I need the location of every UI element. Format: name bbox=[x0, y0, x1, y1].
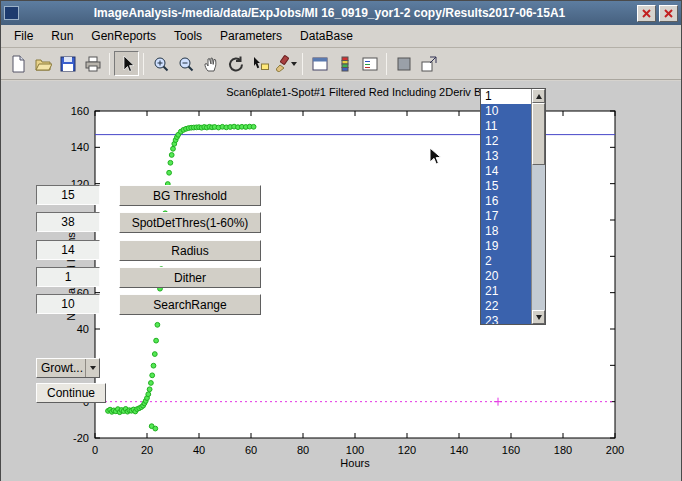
listbox-scrollbar[interactable] bbox=[531, 89, 545, 324]
plot-tools-icon bbox=[395, 55, 413, 73]
scrollbar-track[interactable] bbox=[532, 103, 545, 310]
menu-file[interactable]: File bbox=[5, 26, 42, 46]
growth-popup[interactable]: Growt... bbox=[36, 358, 100, 378]
svg-text:140: 140 bbox=[450, 444, 468, 456]
svg-text:180: 180 bbox=[554, 444, 572, 456]
bg-threshold-button[interactable]: BG Threshold bbox=[119, 185, 261, 206]
iconify-x-icon bbox=[642, 9, 651, 18]
menu-genreports[interactable]: GenReports bbox=[82, 26, 165, 46]
menu-parameters[interactable]: Parameters bbox=[211, 26, 291, 46]
list-item[interactable]: 17 bbox=[481, 209, 531, 224]
brush-menu-caret-icon[interactable] bbox=[291, 62, 297, 66]
dither-input[interactable] bbox=[36, 267, 100, 287]
toolbar bbox=[1, 48, 681, 80]
svg-text:40: 40 bbox=[77, 323, 89, 335]
brush-button[interactable] bbox=[273, 51, 298, 76]
print-button[interactable] bbox=[80, 51, 105, 76]
pan-icon bbox=[202, 55, 220, 73]
list-item[interactable]: 19 bbox=[481, 239, 531, 254]
toolbar-separator bbox=[302, 53, 303, 75]
svg-text:160: 160 bbox=[71, 105, 89, 117]
dock-figure-button[interactable] bbox=[416, 51, 441, 76]
triangle-up-icon bbox=[536, 94, 542, 99]
popup-caret-box[interactable] bbox=[85, 359, 99, 377]
scroll-down-button[interactable] bbox=[532, 310, 545, 324]
pointer-icon bbox=[118, 55, 136, 73]
svg-text:140: 140 bbox=[71, 141, 89, 153]
x-axis-label: Hours bbox=[95, 457, 615, 469]
menubar: File Run GenReports Tools Parameters Dat… bbox=[1, 25, 681, 48]
searchrange-button[interactable]: SearchRange bbox=[119, 294, 261, 315]
dither-button[interactable]: Dither bbox=[119, 267, 261, 288]
close-button[interactable] bbox=[659, 5, 678, 22]
searchrange-input[interactable] bbox=[36, 294, 100, 314]
svg-text:100: 100 bbox=[346, 444, 364, 456]
zoom-out-icon bbox=[177, 55, 195, 73]
list-item[interactable]: 18 bbox=[481, 224, 531, 239]
new-file-button[interactable] bbox=[5, 51, 30, 76]
growth-popup-label: Growt... bbox=[41, 361, 83, 375]
figure-window: ImageAnalysis-/media/data/ExpJobs/MI 16_… bbox=[0, 0, 682, 481]
data-cursor-button[interactable] bbox=[248, 51, 273, 76]
iconify-button[interactable] bbox=[637, 5, 656, 22]
menu-run[interactable]: Run bbox=[42, 26, 82, 46]
toolbar-separator bbox=[109, 53, 110, 75]
list-item[interactable]: 16 bbox=[481, 194, 531, 209]
list-item[interactable]: 21 bbox=[481, 284, 531, 299]
spotdetthres-button[interactable]: SpotDetThres(1-60%) bbox=[119, 212, 261, 233]
spot-number-listbox[interactable]: 1 10 11 12 13 14 15 16 17 18 19 2 20 21 … bbox=[480, 88, 546, 325]
pointer-button[interactable] bbox=[114, 51, 139, 76]
listbox-items: 1 10 11 12 13 14 15 16 17 18 19 2 20 21 … bbox=[481, 89, 531, 324]
plot-svg: 020406080100120140160180200-200204060801… bbox=[1, 81, 681, 481]
svg-text:60: 60 bbox=[245, 444, 257, 456]
plot-tools-button[interactable] bbox=[391, 51, 416, 76]
list-item[interactable]: 10 bbox=[481, 104, 531, 119]
bg-threshold-input[interactable] bbox=[36, 185, 100, 205]
save-icon bbox=[59, 55, 77, 73]
insert-colorbar-button[interactable] bbox=[332, 51, 357, 76]
list-item[interactable]: 15 bbox=[481, 179, 531, 194]
zoom-in-icon bbox=[152, 55, 170, 73]
radius-button[interactable]: Radius bbox=[119, 240, 261, 261]
menu-tools[interactable]: Tools bbox=[165, 26, 211, 46]
pan-button[interactable] bbox=[198, 51, 223, 76]
list-item[interactable]: 1 bbox=[481, 89, 531, 104]
insert-legend-button[interactable] bbox=[357, 51, 382, 76]
rotate-3d-button[interactable] bbox=[223, 51, 248, 76]
zoom-in-button[interactable] bbox=[148, 51, 173, 76]
save-button[interactable] bbox=[55, 51, 80, 76]
list-item[interactable]: 22 bbox=[481, 299, 531, 314]
list-item[interactable]: 23 bbox=[481, 314, 531, 324]
list-item[interactable]: 13 bbox=[481, 149, 531, 164]
open-file-icon bbox=[34, 55, 52, 73]
svg-text:80: 80 bbox=[297, 444, 309, 456]
svg-text:160: 160 bbox=[502, 444, 520, 456]
print-icon bbox=[84, 55, 102, 73]
zoom-out-button[interactable] bbox=[173, 51, 198, 76]
spotdetthres-input[interactable] bbox=[36, 212, 100, 232]
scrollbar-thumb[interactable] bbox=[532, 103, 545, 165]
menu-database[interactable]: DataBase bbox=[291, 26, 362, 46]
list-item[interactable]: 12 bbox=[481, 134, 531, 149]
insert-legend-icon bbox=[361, 55, 379, 73]
list-item[interactable]: 11 bbox=[481, 119, 531, 134]
window-title: ImageAnalysis-/media/data/ExpJobs/MI 16_… bbox=[25, 6, 634, 20]
list-item[interactable]: 14 bbox=[481, 164, 531, 179]
brush-icon bbox=[274, 55, 290, 73]
titlebar[interactable]: ImageAnalysis-/media/data/ExpJobs/MI 16_… bbox=[1, 1, 681, 25]
new-file-icon bbox=[9, 55, 27, 73]
list-item[interactable]: 2 bbox=[481, 254, 531, 269]
insert-colorbar-icon bbox=[336, 55, 354, 73]
list-item[interactable]: 20 bbox=[481, 269, 531, 284]
svg-text:-20: -20 bbox=[73, 432, 89, 444]
scroll-up-button[interactable] bbox=[532, 89, 545, 103]
toolbar-separator bbox=[143, 53, 144, 75]
toolbar-separator bbox=[386, 53, 387, 75]
radius-input[interactable] bbox=[36, 240, 100, 260]
continue-button[interactable]: Continue bbox=[36, 383, 106, 403]
data-cursor-icon bbox=[252, 55, 270, 73]
open-file-button[interactable] bbox=[30, 51, 55, 76]
figure-window-button[interactable] bbox=[307, 51, 332, 76]
figure-window-icon bbox=[311, 55, 329, 73]
svg-text:120: 120 bbox=[398, 444, 416, 456]
